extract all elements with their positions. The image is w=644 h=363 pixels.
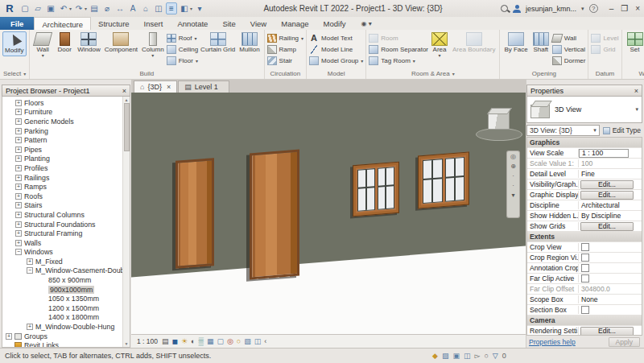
ribbon-tab[interactable]: Insert (137, 17, 171, 30)
tree-expand-icon[interactable]: + (15, 118, 22, 125)
tree-expand-icon[interactable]: + (15, 230, 22, 237)
tree-expand-icon[interactable]: + (15, 109, 22, 115)
section-icon[interactable]: ◫ (153, 2, 164, 14)
scroll-down-icon[interactable]: ▼ (125, 341, 129, 346)
property-row[interactable]: Far Clip Active (527, 274, 642, 284)
help-icon[interactable]: ? (589, 4, 598, 13)
scrollbar-thumb[interactable] (124, 103, 130, 151)
vertical-opening-button[interactable]: Vertical (552, 44, 586, 55)
view-cube[interactable] (476, 107, 524, 144)
tree-expand-icon[interactable]: + (15, 137, 22, 143)
shadows-icon[interactable]: ◐ (191, 337, 195, 345)
chevron-down-icon[interactable]: ▾ (581, 6, 584, 12)
tree-item[interactable]: + Pattern (4, 135, 122, 145)
tree-expand-icon[interactable] (39, 277, 46, 283)
tree-expand-icon[interactable]: + (15, 128, 22, 134)
ribbon-tab[interactable]: Modify (316, 17, 353, 30)
temporary-view-icon[interactable]: ▧ (244, 337, 251, 345)
signed-in-user[interactable]: jesunjan_kmn... (526, 5, 576, 13)
tree-expand-icon[interactable] (39, 314, 46, 320)
wall-button[interactable]: Wall ▾ (32, 31, 53, 59)
ribbon-tab[interactable]: Architecture (34, 17, 91, 30)
tree-expand-icon[interactable]: + (15, 184, 22, 190)
property-row[interactable]: Annotation Crop (527, 263, 642, 274)
revit-logo[interactable]: R (4, 2, 15, 14)
close-icon[interactable]: × (122, 87, 126, 95)
properties-header[interactable]: Properties × (526, 85, 642, 97)
modify-button[interactable]: Modify (2, 31, 27, 56)
tree-item[interactable]: + Walls (4, 238, 122, 248)
tree-expand-icon[interactable]: + (15, 212, 22, 218)
steering-wheel-icon[interactable]: ◎ (510, 154, 516, 160)
floor-button[interactable]: Floor ▾ (167, 56, 198, 66)
tree-item[interactable]: + Railings (4, 173, 122, 183)
model-text-button[interactable]: A Model Text (309, 33, 363, 43)
tree-item[interactable]: − M_Window-Casement-Double (4, 266, 122, 276)
tree-expand-icon[interactable]: + (15, 202, 22, 208)
properties-help-link[interactable]: Properties help (529, 338, 576, 346)
area-button[interactable]: Area ▾ (429, 31, 450, 59)
customize-qat-icon[interactable]: ▾ (194, 2, 205, 14)
casement-window-2[interactable] (418, 152, 469, 209)
crop-view-icon[interactable]: ▦ (207, 337, 214, 345)
scroll-up-icon[interactable]: ▲ (125, 97, 129, 102)
detail-level-icon[interactable]: ▤ (162, 337, 169, 345)
tree-expand-icon[interactable]: + (27, 258, 33, 265)
close-icon[interactable]: × (634, 87, 638, 95)
open-icon[interactable]: ▱ (32, 2, 43, 14)
tree-expand-icon[interactable]: + (6, 333, 12, 340)
reveal-hidden-icon[interactable]: ○ (237, 337, 241, 345)
mullion-button[interactable]: Mullion (237, 31, 261, 55)
set-button[interactable]: Set (625, 31, 644, 55)
chevron-down-icon[interactable]: ▾ (190, 6, 192, 11)
ribbon-tab[interactable]: Structure (91, 17, 137, 30)
temporary-hide-icon[interactable]: ◎ (227, 337, 233, 345)
tree-expand-icon[interactable]: + (15, 155, 22, 162)
pan-icon[interactable]: · (512, 173, 514, 179)
tree-expand-icon[interactable]: − (27, 267, 33, 274)
minimize-button[interactable]: – (609, 4, 614, 13)
chevron-down-icon[interactable]: ▾ (85, 6, 87, 11)
dormer-button[interactable]: Dormer (552, 56, 586, 66)
casement-window-1[interactable] (353, 162, 399, 217)
tree-item[interactable]: 1050 x 1350mm (4, 294, 122, 303)
tree-expand-icon[interactable] (6, 342, 12, 348)
close-icon[interactable]: × (167, 83, 171, 91)
door-large[interactable] (250, 150, 299, 280)
design-options-icon[interactable]: ▨ (442, 351, 449, 361)
railing-button[interactable]: Railing ▾ (267, 33, 303, 43)
chevron-down-icon[interactable]: ▾ (635, 106, 638, 113)
tree-expand-icon[interactable] (39, 287, 46, 293)
view-scale-button[interactable]: 1 : 100 (137, 337, 158, 345)
tree-scrollbar[interactable]: ▲ ▼ (122, 97, 130, 347)
ribbon-tab[interactable]: View (243, 17, 274, 30)
property-row[interactable]: Discipline Architectural (527, 200, 642, 211)
tree-item[interactable]: + Profiles (4, 163, 122, 173)
default-3d-view-icon[interactable]: ⌂ (140, 2, 151, 14)
main-model-icon[interactable]: ▣ (452, 351, 460, 361)
tree-expand-icon[interactable]: + (15, 100, 22, 106)
ribbon-tab[interactable]: Site (215, 17, 242, 30)
tree-expand-icon[interactable]: + (15, 175, 22, 181)
ribbon-display-toggle[interactable]: ◉ ▾ (361, 17, 372, 30)
tree-item[interactable]: − Windows (4, 248, 122, 258)
press-drag-icon[interactable]: ▻ (474, 351, 480, 361)
tree-item[interactable]: + Ramps (4, 182, 122, 192)
tree-expand-icon[interactable]: + (15, 165, 22, 171)
property-row[interactable]: Camera (527, 316, 642, 326)
measure-icon[interactable]: ⌀ (101, 2, 113, 14)
text-icon[interactable]: A (127, 2, 138, 14)
tree-item[interactable]: 850 x 900mm (4, 275, 122, 285)
tag-room-button[interactable]: Tag Room ▾ (369, 56, 428, 66)
model-line-button[interactable]: Model Line (309, 44, 363, 55)
ribbon-tab[interactable]: Manage (274, 17, 316, 30)
tree-item[interactable]: + M_Window-Double-Hung (4, 322, 122, 332)
exclude-options-icon[interactable]: ◫ (464, 351, 471, 361)
edit-type-button[interactable]: Edit Type (601, 126, 642, 134)
property-row[interactable]: Show Grids Edit... (527, 221, 642, 232)
property-row[interactable]: Graphic Display... Edit... (527, 190, 642, 200)
tree-expand-icon[interactable] (39, 305, 46, 311)
door-button[interactable]: Door (54, 31, 75, 55)
tree-item[interactable]: + Pipes (4, 145, 122, 155)
selection-count[interactable]: 0 (502, 351, 506, 361)
